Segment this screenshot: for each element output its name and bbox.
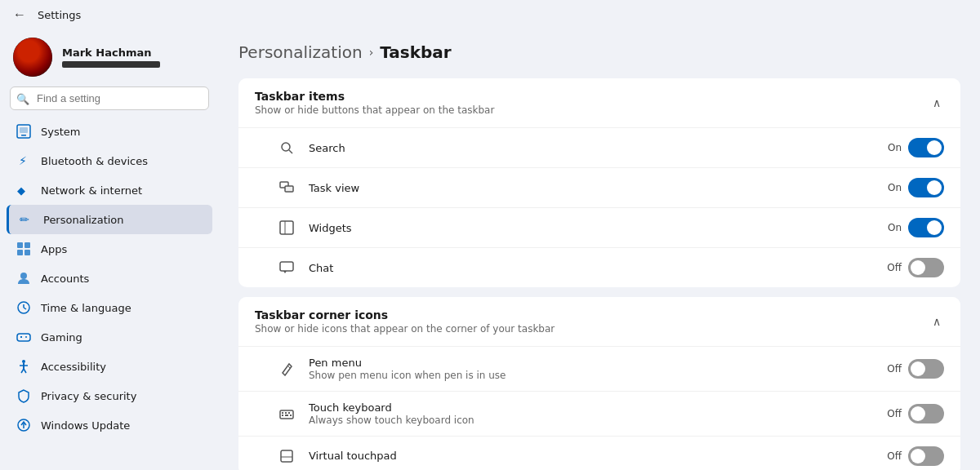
sidebar-item-update[interactable]: Windows Update: [7, 410, 212, 440]
svg-rect-34: [282, 412, 283, 414]
sidebar-item-bluetooth[interactable]: ⚡ Bluetooth & devices: [7, 146, 212, 175]
svg-rect-1: [20, 127, 28, 133]
apps-icon: [16, 242, 31, 256]
taskview-toggle-label: On: [888, 182, 902, 193]
accounts-icon: [16, 271, 31, 286]
svg-text:⚡: ⚡: [19, 154, 27, 167]
privacy-icon: [16, 388, 31, 403]
system-icon: [16, 124, 31, 139]
taskbar-items-title: Taskbar items: [255, 90, 494, 103]
taskbar-corner-collapse-button[interactable]: ∧: [929, 312, 944, 331]
svg-rect-37: [282, 415, 283, 416]
virtual-touchpad-toggle[interactable]: [908, 446, 944, 466]
pen-menu-toggle[interactable]: [908, 359, 944, 379]
sidebar-item-label-network: Network & internet: [41, 184, 203, 197]
virtual-touchpad-text: Virtual touchpad: [309, 450, 877, 463]
taskbar-items-header-text: Taskbar items Show or hide buttons that …: [255, 90, 494, 116]
svg-point-17: [25, 336, 27, 338]
sidebar-item-label-bluetooth: Bluetooth & devices: [41, 155, 203, 167]
pen-menu-setting-icon: [278, 360, 296, 378]
widgets-toggle-label: On: [888, 222, 902, 233]
setting-row-virtual-touchpad: Virtual touchpad Off: [238, 436, 960, 470]
setting-row-pen-menu: Pen menu Show pen menu icon when pen is …: [238, 346, 960, 391]
search-toggle[interactable]: [908, 138, 944, 157]
sidebar-item-label-privacy: Privacy & security: [41, 390, 203, 402]
user-profile: Mark Hachman: [7, 29, 212, 86]
pen-menu-toggle-wrap: Off: [887, 359, 944, 379]
chat-toggle-wrap: Off: [887, 258, 944, 277]
pen-menu-toggle-label: Off: [887, 363, 902, 375]
svg-line-21: [21, 369, 24, 373]
pen-menu-sublabel: Show pen menu icon when pen is in use: [309, 370, 877, 381]
breadcrumb-separator: ›: [369, 46, 374, 59]
breadcrumb-current: Taskbar: [380, 42, 451, 62]
touch-keyboard-sublabel: Always show touch keyboard icon: [309, 415, 877, 426]
svg-rect-9: [24, 250, 30, 255]
search-toggle-label: On: [888, 142, 902, 153]
taskview-toggle[interactable]: [908, 178, 944, 197]
sidebar-item-network[interactable]: ◆ Network & internet: [7, 175, 212, 205]
taskbar-corner-header: Taskbar corner icons Show or hide icons …: [238, 297, 960, 346]
widgets-setting-label: Widgets: [309, 222, 878, 234]
personalization-icon: ✏: [19, 212, 33, 227]
pen-menu-text: Pen menu Show pen menu icon when pen is …: [309, 357, 877, 381]
avatar: [13, 38, 52, 77]
setting-row-touch-keyboard: Touch keyboard Always show touch keyboar…: [238, 391, 960, 436]
touch-keyboard-toggle-label: Off: [887, 408, 902, 419]
svg-rect-28: [285, 186, 293, 192]
widgets-toggle-wrap: On: [888, 218, 944, 237]
breadcrumb: Personalization › Taskbar: [238, 42, 960, 62]
sidebar: Mark Hachman 🔍 System ⚡ Bluetooth & devi…: [0, 29, 219, 470]
chat-setting-label: Chat: [309, 262, 877, 274]
search-input[interactable]: [10, 86, 209, 110]
svg-text:✏: ✏: [20, 213, 29, 226]
sidebar-item-label-accessibility: Accessibility: [41, 361, 203, 373]
taskbar-corner-title: Taskbar corner icons: [255, 308, 555, 321]
svg-rect-40: [281, 450, 292, 462]
avatar-image: [13, 38, 52, 77]
update-icon: [16, 418, 31, 432]
chat-toggle-label: Off: [887, 262, 902, 273]
virtual-touchpad-toggle-wrap: Off: [887, 446, 944, 466]
taskview-setting-icon: [278, 179, 296, 197]
taskview-setting-label: Task view: [309, 182, 878, 194]
time-icon: [16, 300, 31, 315]
touch-keyboard-label: Touch keyboard: [309, 401, 877, 414]
sidebar-item-apps[interactable]: Apps: [7, 234, 212, 264]
sidebar-item-personalization[interactable]: ✏ Personalization: [7, 205, 212, 234]
sidebar-item-accounts[interactable]: Accounts: [7, 264, 212, 293]
sidebar-item-label-personalization: Personalization: [43, 214, 203, 226]
taskbar-items-collapse-button[interactable]: ∧: [929, 93, 944, 113]
svg-rect-29: [280, 221, 293, 234]
sidebar-item-label-update: Windows Update: [41, 419, 203, 432]
touch-keyboard-setting-icon: [278, 405, 296, 423]
setting-row-chat: Chat Off: [238, 247, 960, 287]
taskbar-corner-icons-card: Taskbar corner icons Show or hide icons …: [238, 297, 960, 470]
user-name: Mark Hachman: [62, 47, 160, 59]
svg-point-10: [20, 273, 27, 279]
search-setting-icon: [278, 139, 296, 157]
sidebar-item-time[interactable]: Time & language: [7, 293, 212, 322]
search-toggle-wrap: On: [888, 138, 944, 157]
search-icon: 🔍: [16, 92, 29, 104]
sidebar-item-accessibility[interactable]: Accessibility: [7, 352, 212, 381]
app-title: Settings: [38, 9, 81, 21]
virtual-touchpad-setting-icon: [278, 447, 296, 465]
touch-keyboard-text: Touch keyboard Always show touch keyboar…: [309, 401, 877, 426]
widgets-toggle[interactable]: [908, 218, 944, 237]
user-info: Mark Hachman: [62, 47, 160, 68]
svg-rect-2: [21, 135, 26, 136]
back-button[interactable]: ←: [10, 5, 29, 24]
sidebar-item-label-time: Time & language: [41, 302, 203, 314]
search-box: 🔍: [10, 86, 209, 110]
svg-rect-35: [285, 412, 287, 414]
sidebar-item-gaming[interactable]: Gaming: [7, 322, 212, 352]
sidebar-item-privacy[interactable]: Privacy & security: [7, 381, 212, 410]
network-icon: ◆: [16, 183, 31, 197]
chat-toggle[interactable]: [908, 258, 944, 277]
svg-rect-39: [290, 415, 292, 416]
touch-keyboard-toggle[interactable]: [908, 404, 944, 423]
svg-rect-14: [17, 334, 30, 341]
sidebar-item-system[interactable]: System: [7, 117, 212, 146]
taskbar-corner-header-text: Taskbar corner icons Show or hide icons …: [255, 308, 555, 335]
